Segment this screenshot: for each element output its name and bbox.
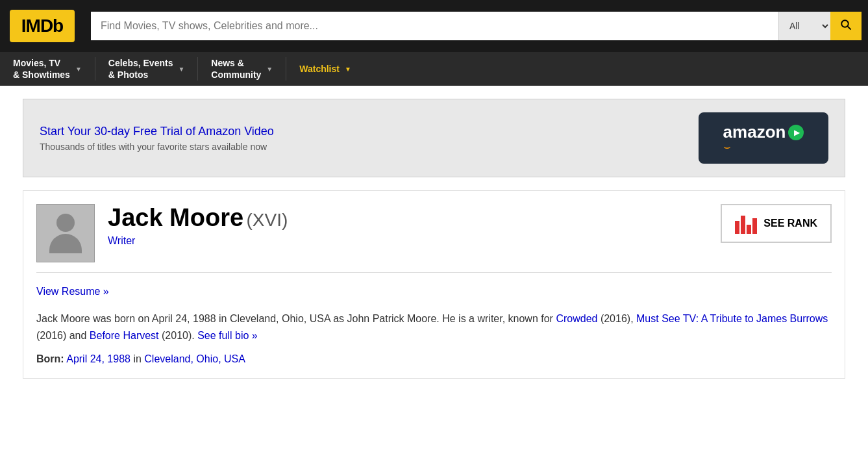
imdb-logo[interactable]: IMDb (10, 10, 75, 42)
svg-point-0 (841, 20, 849, 27)
person-role[interactable]: Writer (108, 235, 708, 247)
born-section: Born: April 24, 1988 in Cleveland, Ohio,… (36, 353, 832, 365)
amazon-trial-link[interactable]: Start Your 30-day Free Trial of Amazon V… (40, 125, 274, 138)
amazon-smile-icon: ⌣ (723, 140, 731, 154)
see-full-bio-link[interactable]: See full bio » (197, 330, 258, 341)
avatar-head (56, 214, 75, 232)
before-harvest-link[interactable]: Before Harvest (90, 330, 159, 341)
avatar-icon (49, 214, 82, 253)
profile-header: Jack Moore (XVI) Writer SEE RANK (36, 204, 832, 262)
navbar: Movies, TV& Showtimes ▼ Celebs, Events& … (0, 52, 868, 86)
bio-intro: Jack Moore was born on April 24, 1988 in… (36, 313, 553, 324)
bio-before-harvest-year: (2010). (162, 330, 195, 341)
bio-crowded-year-val: (2016), (601, 313, 634, 324)
amazon-logo-text: amazon (723, 122, 786, 142)
born-place-link[interactable]: Cleveland, Ohio, USA (144, 353, 245, 364)
chevron-down-icon: ▼ (75, 66, 82, 73)
nav-item-watchlist[interactable]: Watchlist ▼ (286, 64, 364, 74)
nav-item-news[interactable]: News &Community ▼ (198, 57, 286, 81)
logo-container[interactable]: IMDb (0, 3, 84, 49)
must-see-link[interactable]: Must See TV: A Tribute to James Burrows (636, 313, 828, 324)
amazon-banner: Start Your 30-day Free Trial of Amazon V… (23, 99, 845, 177)
bio-text: Jack Moore was born on April 24, 1988 in… (36, 310, 832, 344)
view-resume-link[interactable]: View Resume » (36, 286, 109, 297)
born-in-val: in (133, 353, 141, 364)
nav-label-celebs: Celebs, Events& Photos (108, 57, 173, 81)
person-name-line: Jack Moore (XVI) (108, 204, 708, 232)
search-button[interactable] (830, 12, 862, 40)
amazon-subtitle: Thousands of titles with your favorite s… (40, 142, 274, 152)
chevron-down-icon: ▼ (266, 66, 273, 73)
profile-container: Jack Moore (XVI) Writer SEE RANK View Re… (23, 190, 845, 379)
svg-line-1 (848, 26, 851, 29)
avatar (36, 204, 95, 262)
search-input[interactable] (91, 12, 778, 40)
avatar-body (49, 234, 82, 253)
chevron-down-icon: ▼ (178, 66, 184, 73)
profile-divider (36, 272, 832, 273)
person-name: Jack Moore (108, 204, 243, 231)
born-date-link[interactable]: April 24, 1988 (66, 353, 130, 364)
rank-chart-icon (735, 213, 757, 234)
nav-label-watchlist: Watchlist (299, 64, 340, 74)
person-numeral-val: (XVI) (247, 210, 288, 230)
crowded-link[interactable]: Crowded (556, 313, 597, 324)
see-rank-button[interactable]: SEE RANK (721, 204, 832, 243)
search-category-select[interactable]: All (778, 12, 830, 40)
nav-item-movies-tv[interactable]: Movies, TV& Showtimes ▼ (0, 57, 95, 81)
search-container: All (84, 2, 868, 50)
nav-label-movies-tv: Movies, TV& Showtimes (13, 57, 70, 81)
name-section: Jack Moore (XVI) Writer (108, 204, 708, 247)
nav-label-news: News &Community (211, 57, 261, 81)
amazon-logo-button[interactable]: amazon ▶ ⌣ (699, 112, 828, 164)
see-rank-label: SEE RANK (763, 218, 817, 229)
amazon-banner-text: Start Your 30-day Free Trial of Amazon V… (40, 125, 274, 152)
born-label: Born: (36, 353, 64, 364)
nav-item-celebs[interactable]: Celebs, Events& Photos ▼ (95, 57, 199, 81)
bio-must-see-year: (2016) and (36, 330, 86, 341)
chevron-down-icon: ▼ (345, 66, 351, 73)
amazon-play-icon: ▶ (788, 125, 804, 140)
